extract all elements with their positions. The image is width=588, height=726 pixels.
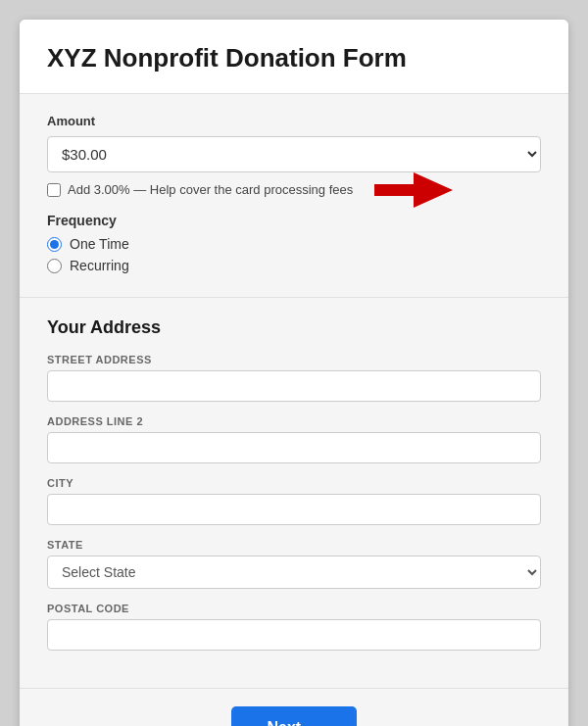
amount-select[interactable]: $10.00 $20.00 $30.00 $50.00 $100.00 Othe… [47, 136, 541, 172]
address-section: Your Address STREET ADDRESS ADDRESS LINE… [20, 298, 568, 689]
postal-field: POSTAL CODE [47, 603, 541, 651]
processing-fee-row: Add 3.00% — Help cover the card processi… [47, 182, 541, 197]
street-address-input[interactable] [47, 370, 541, 402]
processing-fee-checkbox[interactable] [47, 183, 61, 197]
city-field: CITY [47, 477, 541, 525]
frequency-recurring-label: Recurring [70, 258, 129, 273]
address2-field: ADDRESS LINE 2 [47, 415, 541, 463]
frequency-label: Frequency [47, 213, 541, 228]
frequency-one-time-radio[interactable] [47, 237, 62, 252]
page-title: XYZ Nonprofit Donation Form [47, 43, 541, 73]
city-label: CITY [47, 477, 541, 489]
amount-label: Amount [47, 114, 541, 128]
amount-section: Amount $10.00 $20.00 $30.00 $50.00 $100.… [20, 94, 568, 298]
processing-fee-label: Add 3.00% — Help cover the card processi… [68, 182, 353, 197]
frequency-recurring[interactable]: Recurring [47, 258, 541, 273]
address2-label: ADDRESS LINE 2 [47, 415, 541, 427]
frequency-recurring-radio[interactable] [47, 259, 62, 273]
postal-input[interactable] [47, 619, 541, 651]
state-label: STATE [47, 539, 541, 551]
street-address-field: STREET ADDRESS [47, 354, 541, 402]
postal-label: POSTAL CODE [47, 603, 541, 614]
frequency-radio-group: One Time Recurring [47, 236, 541, 273]
frequency-one-time[interactable]: One Time [47, 236, 541, 252]
next-button[interactable]: Next → [231, 706, 356, 726]
svg-marker-0 [374, 172, 453, 208]
form-header: XYZ Nonprofit Donation Form [20, 20, 568, 94]
red-arrow-icon [374, 172, 453, 208]
state-select[interactable]: Select State Alabama Alaska Arizona Arka… [47, 556, 541, 589]
state-field: STATE Select State Alabama Alaska Arizon… [47, 539, 541, 589]
street-address-label: STREET ADDRESS [47, 354, 541, 365]
address-title: Your Address [47, 317, 541, 338]
city-input[interactable] [47, 494, 541, 525]
frequency-one-time-label: One Time [70, 236, 129, 252]
address2-input[interactable] [47, 432, 541, 463]
form-container: XYZ Nonprofit Donation Form Amount $10.0… [20, 20, 568, 726]
form-footer: Next → [20, 689, 568, 726]
